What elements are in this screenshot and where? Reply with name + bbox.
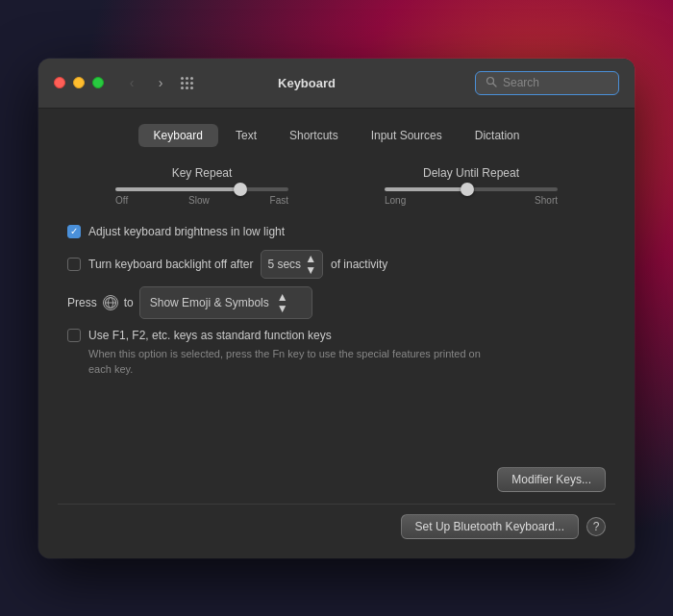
fn-description: When this option is selected, press the … <box>67 346 481 378</box>
options-section: Adjust keyboard brightness in low light … <box>58 225 615 279</box>
key-repeat-sublabels: Off Slow Fast <box>115 195 288 206</box>
setup-bluetooth-button[interactable]: Set Up Bluetooth Keyboard... <box>401 514 579 539</box>
delay-repeat-thumb <box>461 183 474 196</box>
key-repeat-fast: Fast <box>270 195 288 206</box>
emoji-dropdown[interactable]: Show Emoji & Symbols ▲ ▼ <box>139 286 312 319</box>
key-repeat-off: Off <box>115 195 128 206</box>
tabs-bar: Keyboard Text Shortcuts Input Sources Di… <box>58 124 615 147</box>
delay-short: Short <box>535 195 558 206</box>
delay-repeat-label: Delay Until Repeat <box>423 166 519 180</box>
modifier-keys-button[interactable]: Modifier Keys... <box>497 467 606 492</box>
emoji-dropdown-arrows-icon: ▲ ▼ <box>277 291 288 314</box>
close-button[interactable] <box>54 77 65 88</box>
delay-long: Long <box>385 195 406 206</box>
key-repeat-group: Key Repeat Off Slow Fast <box>96 166 308 206</box>
key-repeat-slider[interactable] <box>115 187 288 191</box>
bluetooth-row: Set Up Bluetooth Keyboard... ? <box>58 504 615 539</box>
tab-input-sources[interactable]: Input Sources <box>356 124 458 147</box>
delay-repeat-track <box>385 187 558 191</box>
titlebar: ‹ › Keyboard <box>38 59 635 109</box>
emoji-dropdown-value: Show Emoji & Symbols <box>150 296 269 309</box>
modifier-keys-row: Modifier Keys... <box>58 467 615 492</box>
window: ‹ › Keyboard Keyboard Text <box>38 59 635 558</box>
key-repeat-thumb <box>234 183 247 196</box>
help-button[interactable]: ? <box>586 517 606 536</box>
tab-dictation[interactable]: Dictation <box>460 124 536 147</box>
press-globe-row: Press to Show Emoji & Symbols ▲ ▼ <box>58 286 615 319</box>
globe-icon <box>103 295 118 310</box>
fn-option-group: Use F1, F2, etc. keys as standard functi… <box>58 329 615 378</box>
key-repeat-track <box>115 187 288 191</box>
sliders-section: Key Repeat Off Slow Fast Delay Until Rep… <box>58 166 615 206</box>
maximize-button[interactable] <box>92 77 104 88</box>
key-repeat-label: Key Repeat <box>172 166 233 180</box>
search-input[interactable] <box>503 76 609 89</box>
minimize-button[interactable] <box>73 77 85 88</box>
fn-row: Use F1, F2, etc. keys as standard functi… <box>67 329 606 342</box>
traffic-lights <box>54 77 104 88</box>
svg-point-0 <box>487 77 494 84</box>
fn-checkbox[interactable] <box>67 329 81 342</box>
fn-label: Use F1, F2, etc. keys as standard functi… <box>88 329 332 342</box>
dropdown-arrows-icon: ▲ ▼ <box>305 253 316 276</box>
search-icon <box>486 76 497 90</box>
backlight-suffix: of inactivity <box>331 258 387 271</box>
tab-text[interactable]: Text <box>220 124 272 147</box>
svg-line-1 <box>493 84 496 86</box>
to-label: to <box>124 296 134 309</box>
brightness-label: Adjust keyboard brightness in low light <box>88 225 285 238</box>
key-repeat-slow: Slow <box>188 195 210 206</box>
tab-shortcuts[interactable]: Shortcuts <box>274 124 354 147</box>
delay-repeat-group: Delay Until Repeat Long Short <box>365 166 577 206</box>
content: Keyboard Text Shortcuts Input Sources Di… <box>38 109 635 558</box>
brightness-row: Adjust keyboard brightness in low light <box>67 225 606 238</box>
bottom-section: Modifier Keys... Set Up Bluetooth Keyboa… <box>58 378 615 539</box>
window-title: Keyboard <box>138 76 475 90</box>
delay-repeat-sublabels: Long Short <box>385 195 558 206</box>
tab-keyboard[interactable]: Keyboard <box>138 124 218 147</box>
search-box[interactable] <box>475 71 619 95</box>
backlight-label: Turn keyboard backlight off after <box>88 258 253 271</box>
backlight-row: Turn keyboard backlight off after 5 secs… <box>67 250 606 279</box>
backlight-dropdown[interactable]: 5 secs ▲ ▼ <box>261 250 323 279</box>
backlight-dropdown-value: 5 secs <box>267 258 301 271</box>
press-label: Press <box>67 296 97 309</box>
delay-repeat-slider[interactable] <box>385 187 558 191</box>
brightness-checkbox[interactable] <box>67 225 81 238</box>
backlight-checkbox[interactable] <box>67 258 81 271</box>
